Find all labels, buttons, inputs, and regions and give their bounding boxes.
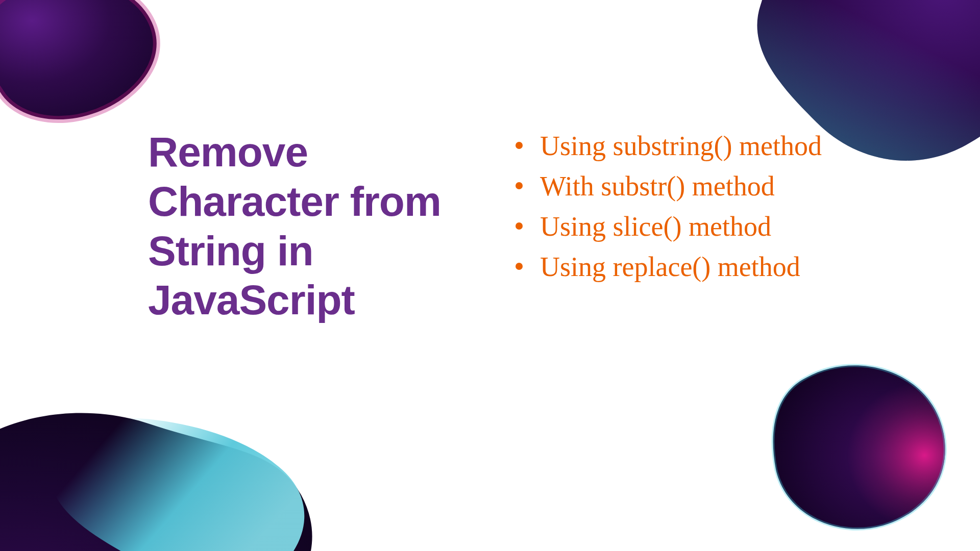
blob-bottom-right [766,357,949,531]
blob-bottom-left [0,306,368,551]
title-column: Remove Character from String in JavaScri… [148,128,475,325]
list-item-label: Using slice() method [540,211,771,242]
content-area: Remove Character from String in JavaScri… [148,128,919,325]
slide: Remove Character from String in JavaScri… [0,0,980,551]
list-item-label: Using replace() method [540,252,800,282]
list-item: Using replace() method [510,248,837,286]
methods-list: Using substring() method With substr() m… [510,128,837,286]
list-item-label: With substr() method [540,171,775,202]
list-item: Using substring() method [510,128,837,165]
list-item: Using slice() method [510,208,837,245]
list-item-label: Using substring() method [540,131,822,161]
slide-title: Remove Character from String in JavaScri… [148,128,475,325]
list-column: Using substring() method With substr() m… [510,128,837,325]
list-item: With substr() method [510,168,837,205]
